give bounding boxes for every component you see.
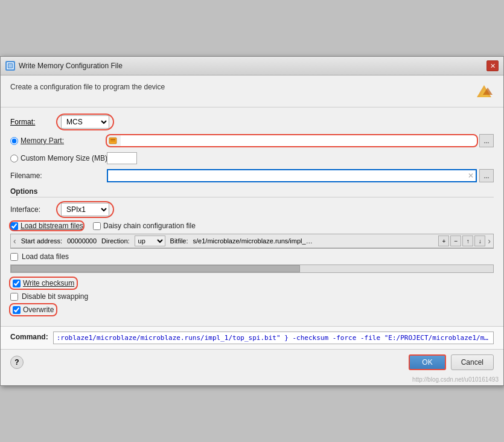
filename-browse-button[interactable]: ... (479, 169, 494, 182)
filename-label: Filename: (10, 171, 107, 180)
dialog-window: Write Memory Configuration File ✕ Create… (0, 56, 504, 386)
write-checksum-checkbox[interactable] (13, 280, 21, 287)
load-bitstream-checkbox[interactable] (10, 222, 18, 230)
direction-label: Direction: (101, 237, 129, 245)
cancel-button[interactable]: Cancel (451, 354, 494, 370)
bitstream-table-header: ‹ Start address: 00000000 Direction: up … (11, 234, 493, 248)
filename-clear-button[interactable]: ✕ (466, 171, 476, 180)
load-bitstream-label: Load bitstream files (21, 222, 83, 230)
disable-bit-swap-checkbox[interactable] (10, 293, 18, 301)
filename-input[interactable]: E:/PROJECT/microblaze1/microblaze/top.mc… (108, 170, 466, 181)
command-label: Command: (10, 333, 48, 341)
svg-rect-8 (110, 139, 115, 140)
interface-row: Interface: SPIx1 SPIx2 SPIx4 (10, 202, 494, 217)
memory-part-browse-button[interactable]: ... (479, 134, 494, 147)
memory-part-row: Memory Part: s25fl032p-spi-x1_x2_x4 ... (10, 134, 494, 147)
options-title: Options (10, 187, 494, 197)
format-select[interactable]: MCS BIN (61, 115, 109, 129)
write-checksum-row: Write checksum (10, 278, 494, 289)
memory-part-field-wrapper: s25fl032p-spi-x1_x2_x4 (107, 135, 477, 146)
watermark: http://blog.csdn.net/u010161493 (1, 375, 503, 385)
write-checksum-label: Write checksum (23, 279, 74, 287)
add-row-button[interactable]: + (438, 235, 449, 246)
load-data-files-checkbox[interactable] (10, 253, 18, 261)
custom-memory-row: Custom Memory Size (MB): 4 (10, 152, 494, 164)
horizontal-scrollbar[interactable] (10, 264, 494, 273)
custom-memory-input[interactable]: 4 (107, 152, 137, 164)
format-row: Format: MCS BIN (10, 115, 494, 129)
overwrite-row: Overwrite (10, 304, 494, 315)
memory-part-input[interactable]: s25fl032p-spi-x1_x2_x4 (121, 135, 477, 146)
nav-right: › (488, 236, 491, 246)
start-address-value: 00000000 (67, 237, 97, 245)
format-label: Format: (10, 118, 53, 126)
move-down-button[interactable]: ↓ (474, 235, 485, 246)
move-up-button[interactable]: ↑ (462, 235, 473, 246)
footer-left: ? (10, 356, 24, 369)
overwrite-label: Overwrite (23, 306, 54, 314)
daisy-chain-label: Daisy chain configuration file (103, 222, 196, 230)
daisy-chain-wrapper: Daisy chain configuration file (93, 222, 196, 230)
memory-part-radio[interactable] (10, 137, 18, 145)
custom-memory-radio[interactable] (10, 155, 18, 162)
close-button[interactable]: ✕ (486, 60, 499, 71)
dialog-subtitle: Create a configuration file to program t… (10, 83, 165, 91)
custom-memory-label: Custom Memory Size (MB): (21, 154, 117, 162)
help-button[interactable]: ? (10, 356, 24, 369)
overwrite-wrapper: Overwrite (10, 304, 56, 315)
bottom-options: Write checksum Disable bit swapping Over… (10, 278, 494, 315)
filename-row: Filename: E:/PROJECT/microblaze1/microbl… (10, 169, 494, 182)
ok-button[interactable]: OK (409, 354, 445, 370)
dialog-body: Format: MCS BIN Memory Part: s25fl032p-s… (1, 107, 503, 326)
write-checksum-wrapper: Write checksum (10, 278, 77, 289)
dialog-header: Create a configuration file to program t… (1, 75, 503, 107)
nav-left: ‹ (13, 236, 16, 246)
start-address-label: Start address: (21, 237, 62, 245)
options-section: Options Interface: SPIx1 SPIx2 SPIx4 Loa… (10, 187, 494, 315)
dialog-footer: ? OK Cancel (1, 349, 503, 375)
dialog-title: Write Memory Configuration File (19, 62, 123, 70)
memory-part-label: Memory Part: (21, 136, 117, 145)
bitstream-checkbox-row: Load bitstream files Daisy chain configu… (10, 222, 494, 230)
svg-rect-9 (110, 141, 115, 141)
title-bar: Write Memory Configuration File ✕ (1, 57, 503, 75)
load-bitstream-wrapper: Load bitstream files (10, 222, 83, 230)
memory-part-icon (109, 136, 118, 146)
direction-select[interactable]: up down (135, 235, 165, 246)
interface-label: Interface: (10, 205, 53, 214)
filename-field-wrapper: E:/PROJECT/microblaze1/microblaze/top.mc… (107, 169, 477, 182)
app-icon (5, 61, 15, 71)
load-data-files-row: Load data files (10, 252, 494, 261)
bitstream-controls: + − ↑ ↓ › (438, 235, 491, 246)
bitfile-label: Bitfile: (170, 237, 188, 245)
interface-select-wrapper: SPIx1 SPIx2 SPIx4 (57, 202, 113, 217)
interface-select[interactable]: SPIx1 SPIx2 SPIx4 (61, 203, 109, 216)
scrollbar-thumb (11, 265, 300, 272)
command-text: :roblaze1/microblaze/microblaze.runs/imp… (53, 332, 494, 344)
daisy-chain-checkbox[interactable] (93, 222, 101, 230)
disable-bit-swap-row: Disable bit swapping (10, 292, 494, 301)
bitstream-table: ‹ Start address: 00000000 Direction: up … (10, 234, 494, 249)
load-data-files-label: Load data files (22, 252, 69, 261)
overwrite-checkbox[interactable] (13, 306, 21, 314)
disable-bit-swap-label: Disable bit swapping (22, 292, 88, 301)
title-bar-left: Write Memory Configuration File (5, 61, 123, 71)
brand-logo (474, 83, 494, 102)
remove-row-button[interactable]: − (450, 235, 461, 246)
footer-buttons: OK Cancel (409, 354, 494, 370)
command-row: Command: :roblaze1/microblaze/microblaze… (10, 332, 494, 344)
command-section: Command: :roblaze1/microblaze/microblaze… (1, 326, 503, 349)
format-select-wrapper: MCS BIN (57, 115, 113, 129)
bitfile-value: s/e1/microblaze/microblaze.runs/impl_1/t… (193, 237, 314, 245)
